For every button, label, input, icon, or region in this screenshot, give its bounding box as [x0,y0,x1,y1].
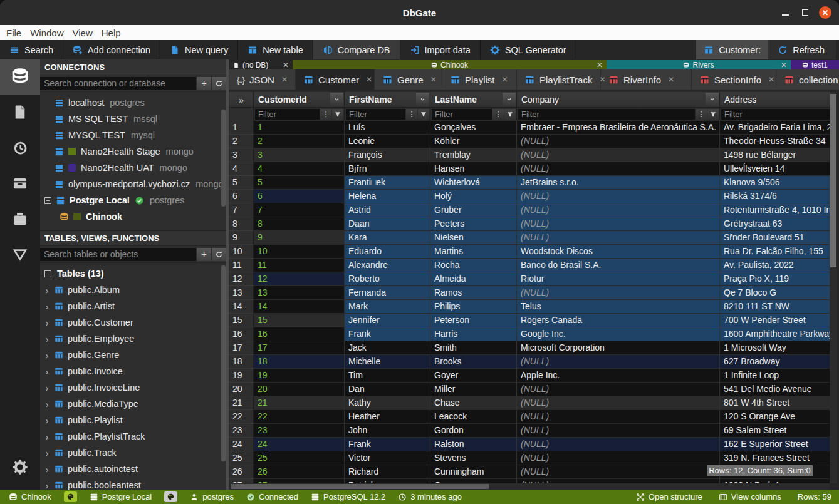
toolbar-button-new-table[interactable]: New table [238,40,313,59]
cell-address-15[interactable]: 700 W Pender Street [720,314,830,327]
cell-company-3[interactable]: (NULL) [517,148,720,162]
row-header-4[interactable]: 4 [229,162,254,176]
cell-lastname-27[interactable]: Gray [430,479,517,483]
cell-address-27[interactable]: 1033 N Park Ave [720,479,830,483]
cell-customerid-6[interactable]: 6 [254,190,345,203]
cell-lastname-21[interactable]: Chase [430,396,517,410]
cell-company-10[interactable]: Woodstock Discos [517,245,720,259]
cell-company-7[interactable]: (NULL) [517,203,720,217]
rail-item-history[interactable] [0,131,40,167]
maximize-button[interactable] [799,6,811,19]
collapse-icon[interactable] [44,197,51,204]
horizontal-scrollbar-thumb[interactable] [231,484,489,489]
cell-firstname-13[interactable]: Fernanda [345,286,430,300]
statusbar-open-structure[interactable]: Open structure [636,492,702,501]
connection-item-ms-sql-test[interactable]: MS SQL TESTmssql [40,111,226,127]
filter-funnel-button[interactable] [418,109,429,120]
cell-company-4[interactable]: (NULL) [517,162,720,176]
close-icon[interactable]: ✕ [597,61,603,69]
statusbar-view-columns[interactable]: View columns [719,492,781,501]
statusbar-theme-badge[interactable] [164,491,177,502]
cell-customerid-20[interactable]: 20 [254,383,345,396]
cell-firstname-1[interactable]: Luís [345,121,430,135]
cell-lastname-2[interactable]: Köhler [430,135,517,148]
collapse-icon[interactable] [44,270,51,277]
cell-lastname-25[interactable]: Stevens [430,451,517,465]
close-icon[interactable]: ✕ [768,75,774,84]
filter-input-address[interactable] [721,109,830,120]
tab-collection[interactable]: collection [776,69,839,90]
cell-firstname-6[interactable]: Helena [345,190,430,203]
chevron-right-icon[interactable]: › [44,366,50,377]
cell-customerid-8[interactable]: 8 [254,217,345,231]
cell-customerid-9[interactable]: 9 [254,231,345,245]
db-group-test1[interactable]: test1 [791,60,839,69]
row-header-9[interactable]: 9 [229,231,254,245]
chevron-right-icon[interactable]: › [44,399,50,409]
cell-lastname-24[interactable]: Ralston [430,438,517,451]
column-header-customerid[interactable]: CustomerId [254,92,345,108]
row-header-16[interactable]: 16 [229,327,254,341]
filter-menu-button[interactable]: ⋮ [406,109,417,120]
table-item-public-invoice[interactable]: ›public.Invoice [40,363,226,379]
cell-address-16[interactable]: 1600 Amphitheatre Parkway [720,327,830,341]
filter-funnel-button[interactable] [504,109,516,120]
cell-address-23[interactable]: 69 Salem Street [720,424,830,438]
cell-firstname-10[interactable]: Eduardo [345,245,430,259]
cell-address-4[interactable]: Ullevĺlsveien 14 [720,162,830,176]
cell-lastname-12[interactable]: Almeida [430,272,517,286]
cell-customerid-2[interactable]: 2 [254,135,345,148]
cell-address-25[interactable]: 319 N. Frances Street [720,451,830,465]
db-group--no-db-[interactable]: (no DB)✕ [229,60,293,69]
tab-playlisttrack[interactable]: PlaylistTrack✕ [517,69,601,90]
connection-item-olympus-medportal-vychozi-cz[interactable]: olympus-medportal.vychozi.czmongo [40,176,226,192]
cell-firstname-25[interactable]: Victor [345,451,430,465]
cell-company-18[interactable]: (NULL) [517,355,720,369]
connection-item-mysql-test[interactable]: MYSQL TESTmysql [40,127,226,143]
vertical-scrollbar[interactable] [830,92,837,483]
connections-scrollbar[interactable] [221,110,226,207]
table-item-public-genre[interactable]: ›public.Genre [40,347,226,363]
cell-address-8[interactable]: Grétrystraat 63 [720,217,830,231]
connection-item-postgre-local[interactable]: Postgre Localpostgres [40,192,226,208]
filter-funnel-button[interactable] [707,109,719,120]
cell-company-14[interactable]: Telus [517,300,720,314]
connections-search-input[interactable] [40,77,196,90]
row-header-10[interactable]: 10 [229,245,254,259]
row-header-15[interactable]: 15 [229,314,254,327]
statusbar-theme-badge[interactable] [64,491,77,502]
chevron-right-icon[interactable]: › [44,464,50,475]
chevron-right-icon[interactable]: › [44,301,50,312]
row-header-26[interactable]: 26 [229,465,254,479]
chevron-right-icon[interactable]: › [44,317,50,328]
cell-address-14[interactable]: 8210 111 ST NW [720,300,830,314]
grid-corner-expand[interactable]: » [229,92,254,108]
row-header-25[interactable]: 25 [229,451,254,465]
rail-item-settings[interactable] [0,450,40,486]
cell-company-13[interactable]: (NULL) [517,286,720,300]
cell-company-15[interactable]: Rogers Canada [517,314,720,327]
cell-address-3[interactable]: 1498 rue Bélanger [720,148,830,162]
toolbar-button-import-data[interactable]: Import data [400,40,481,59]
cell-customerid-12[interactable]: 12 [254,272,345,286]
cell-company-27[interactable]: (NULL) [517,479,720,483]
tables-group[interactable]: Tables (13) [40,265,226,282]
cell-lastname-15[interactable]: Peterson [430,314,517,327]
rail-item-database[interactable] [0,59,40,95]
chevron-right-icon[interactable]: › [44,448,50,458]
column-header-lastname[interactable]: LastName [430,92,517,108]
row-header-24[interactable]: 24 [229,438,254,451]
cell-address-9[interactable]: Sřnder Boulevard 51 [720,231,830,245]
cell-firstname-11[interactable]: Alexandre [345,259,430,272]
table-item-public-customer[interactable]: ›public.Customer [40,314,226,331]
toolbar-button-sql-generator[interactable]: SQL Generator [481,40,576,59]
tab-sectioninfo[interactable]: SectionInfo✕ [692,69,776,90]
connections-add-button[interactable]: + [196,77,211,90]
cell-company-20[interactable]: (NULL) [517,383,720,396]
cell-lastname-9[interactable]: Nielsen [430,231,517,245]
cell-address-5[interactable]: Klanova 9/506 [720,176,830,190]
filter-menu-button[interactable]: ⋮ [696,109,707,120]
cell-customerid-15[interactable]: 15 [254,314,345,327]
cell-firstname-19[interactable]: Tim [345,369,430,383]
tab-json[interactable]: {..}JSON✕ [229,69,296,90]
